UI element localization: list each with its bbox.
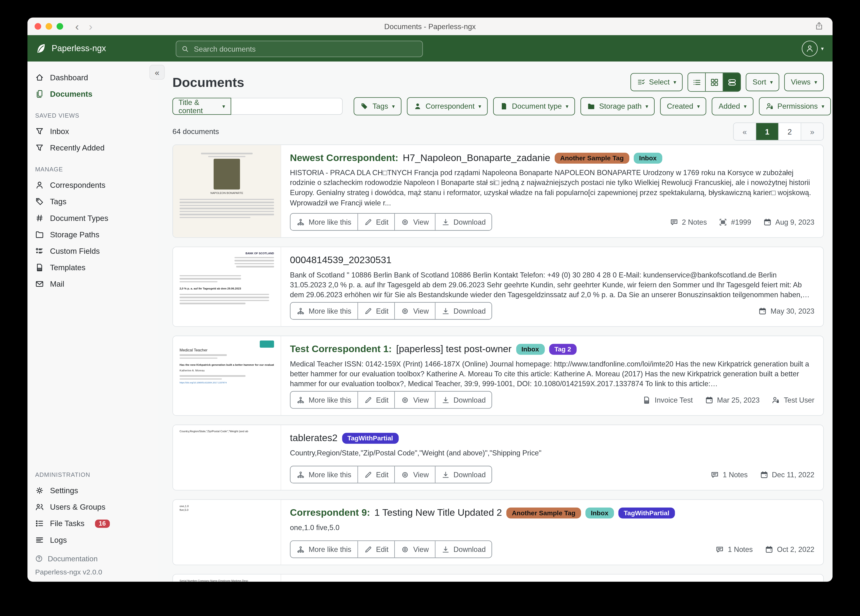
document-card[interactable]: one,1.0five,5.0 Correspondent 9: 1 Testi… [173,499,824,565]
view-details-button[interactable] [723,73,741,91]
document-title[interactable]: 0004814539_20230531 [290,254,391,266]
more-like-this-button[interactable]: More like this [290,391,358,408]
document-title[interactable]: [paperless] test post-owner [396,343,512,355]
meta-calendar[interactable]: Aug 9, 2023 [763,218,814,226]
page-button-2[interactable]: 2 [779,123,801,140]
sidebar-item-document-types[interactable]: Document Types [27,210,158,226]
tag[interactable]: Another Sample Tag [555,152,629,163]
document-card[interactable]: Country,Region/State,"Zip/Postal Code","… [173,425,824,491]
sidebar-item-tags[interactable]: Tags [27,193,158,210]
download-button[interactable]: Download [435,541,492,558]
more-like-this-button[interactable]: More like this [290,303,358,319]
filter-added-button[interactable]: Added▾ [712,97,753,115]
more-like-this-button[interactable]: More like this [290,541,358,558]
filter-tags-button[interactable]: Tags▾ [354,97,401,115]
document-card[interactable]: BANK OF SCOTLAND2,0 % p. a. auf Ihr Tage… [173,247,824,327]
download-button[interactable]: Download [435,214,492,230]
tag[interactable]: Tag 2 [549,343,577,355]
title-content-input[interactable] [231,97,343,115]
meta-calendar[interactable]: Oct 2, 2022 [765,545,814,553]
brand[interactable]: Paperless-ngx [35,42,106,54]
download-button[interactable]: Download [435,303,492,319]
view-button[interactable]: View [395,303,435,319]
sidebar-item-recently-added[interactable]: Recently Added [27,140,158,156]
view-button[interactable]: View [395,466,435,482]
sort-button[interactable]: Sort ▾ [746,73,779,91]
download-button[interactable]: Download [435,466,492,482]
filter-document-type-button[interactable]: Document type▾ [493,97,575,115]
sidebar-item-inbox[interactable]: Inbox [27,123,158,140]
edit-button[interactable]: Edit [358,391,395,408]
tag[interactable]: Inbox [634,152,662,163]
document-correspondent-link[interactable]: Correspondent 9: [290,507,370,519]
filter-correspondent-button[interactable]: Correspondent▾ [407,97,488,115]
document-correspondent-link[interactable]: Newest Correspondent: [290,152,398,163]
sidebar-item-storage-paths[interactable]: Storage Paths [27,226,158,243]
meta-barcode[interactable]: #1999 [719,218,751,226]
view-button[interactable]: View [395,541,435,558]
user-menu[interactable]: ▾ [802,41,824,57]
views-button[interactable]: Views ▾ [785,73,824,91]
sidebar-item-templates[interactable]: Templates [27,259,158,276]
global-search[interactable] [176,41,423,57]
document-thumbnail[interactable]: Medical TeacherHas the new Kirkpatrick g… [173,336,281,415]
select-button[interactable]: Select ▾ [631,73,683,91]
more-like-this-button[interactable]: More like this [290,466,358,482]
view-button[interactable]: View [395,214,435,230]
filter-storage-path-button[interactable]: Storage path▾ [581,97,655,115]
view-list-button[interactable] [689,73,706,91]
meta-comment[interactable]: 1 Notes [711,470,748,479]
filter-permissions-button[interactable]: Permissions▾ [759,97,831,115]
view-grid-button[interactable] [706,73,723,91]
sidebar-item-users-groups[interactable]: Users & Groups [27,499,158,515]
page-button-»[interactable]: » [801,123,823,140]
edit-button[interactable]: Edit [358,466,395,482]
sidebar-item-mail[interactable]: Mail [27,276,158,292]
document-title[interactable]: 1 Testing New Title Updated 2 [374,507,502,519]
meta-calendar[interactable]: May 30, 2023 [758,307,814,315]
sidebar-item-logs[interactable]: Logs [27,532,158,548]
document-card[interactable]: NAPOLEON BONAPARTE Newest Correspondent:… [173,145,824,238]
filter-created-button[interactable]: Created▾ [660,97,706,115]
more-like-this-button[interactable]: More like this [290,214,358,230]
document-correspondent-link[interactable]: Test Correspondent 1: [290,343,392,355]
edit-button[interactable]: Edit [358,541,395,558]
document-card[interactable]: Medical TeacherHas the new Kirkpatrick g… [173,336,824,416]
document-thumbnail[interactable]: NAPOLEON BONAPARTE [173,145,281,237]
document-title[interactable]: tablerates2 [290,432,337,444]
document-card[interactable]: Serial Number,Company Name,Employee Mark… [173,574,824,582]
sidebar-item-correspondents[interactable]: Correspondents [27,177,158,193]
sidebar-item-custom-fields[interactable]: Custom Fields [27,243,158,259]
tag[interactable]: TagWithPartial [618,507,675,519]
document-thumbnail[interactable]: BANK OF SCOTLAND2,0 % p. a. auf Ihr Tage… [173,247,281,326]
meta-personlock[interactable]: Test User [772,396,814,404]
sidebar-item-dashboard[interactable]: Dashboard [27,69,158,86]
meta-filelines[interactable]: Invoice Test [643,396,693,404]
sidebar-item-file-tasks[interactable]: File Tasks16 [27,515,158,532]
meta-calendar[interactable]: Dec 11, 2022 [760,470,814,479]
tag[interactable]: Another Sample Tag [506,507,581,519]
sidebar-item-settings[interactable]: Settings [27,482,158,499]
document-title[interactable]: H7_Napoleon_Bonaparte_zadanie [403,152,550,163]
meta-comment[interactable]: 2 Notes [670,218,707,226]
tag[interactable]: Inbox [516,343,545,355]
meta-calendar[interactable]: Mar 25, 2023 [705,396,760,404]
document-thumbnail[interactable]: Serial Number,Company Name,Employee Mark… [173,574,281,581]
page-button-«[interactable]: « [734,123,756,140]
sidebar-item-documents[interactable]: Documents [27,86,158,102]
tag[interactable]: Inbox [585,507,614,519]
view-button[interactable]: View [395,391,435,408]
sidebar-item-documentation[interactable]: Documentation [27,552,158,566]
edit-button[interactable]: Edit [358,214,395,230]
tag[interactable]: TagWithPartial [342,433,399,444]
edit-button[interactable]: Edit [358,303,395,319]
document-thumbnail[interactable]: Country,Region/State,"Zip/Postal Code","… [173,425,281,490]
meta-comment[interactable]: 1 Notes [716,545,753,553]
page-button-1[interactable]: 1 [756,123,779,140]
search-input[interactable] [193,44,417,53]
title-content-selector[interactable]: Title & content ▾ [173,97,231,115]
download-button[interactable]: Download [435,391,492,408]
share-icon[interactable] [814,21,824,31]
document-thumbnail[interactable]: one,1.0five,5.0 [173,500,281,564]
sidebar-collapse-button[interactable]: « [149,65,165,80]
